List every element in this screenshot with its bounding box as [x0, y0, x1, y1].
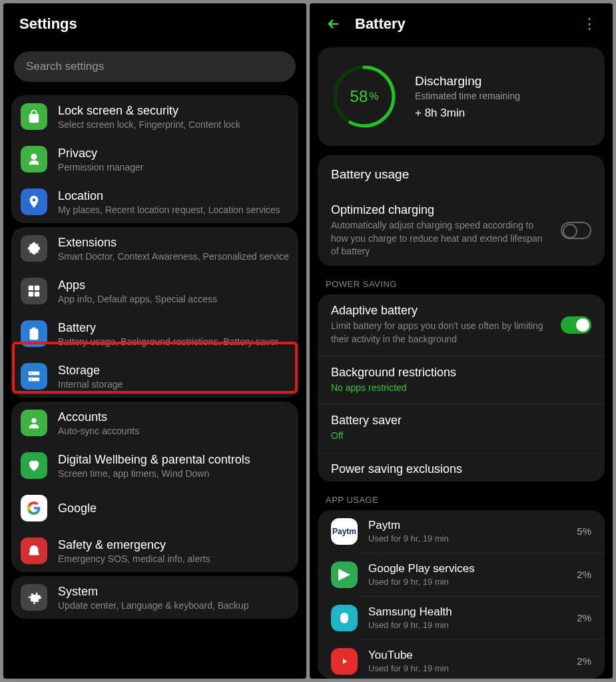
svg-point-8 [31, 379, 32, 380]
restrictions-row[interactable]: Background restrictions No apps restrict… [318, 356, 605, 404]
item-sub: Auto-sync accounts [58, 426, 289, 436]
battery-icon [21, 320, 47, 347]
saver-title: Battery saver [331, 414, 591, 428]
item-sub: Internal storage [58, 379, 289, 390]
svg-rect-5 [29, 372, 40, 376]
item-sub: Battery usage, Background restrictions, … [58, 336, 289, 347]
app-row-paytm[interactable]: Paytm Paytm Used for 9 hr, 19 min 5% [318, 510, 605, 553]
optimized-toggle[interactable] [561, 222, 591, 239]
app-name: Samsung Health [368, 605, 566, 619]
settings-title: Settings [19, 15, 77, 33]
remaining-label: Estimated time remaining [415, 91, 520, 101]
settings-item-battery[interactable]: Battery Battery usage, Background restri… [11, 312, 298, 355]
item-sub: Screen time, app timers, Wind Down [58, 468, 289, 479]
app-percent: 2% [577, 655, 591, 667]
adaptive-toggle[interactable] [561, 316, 591, 334]
settings-item-lock-screen-security[interactable]: Lock screen & security Select screen loc… [11, 95, 298, 138]
settings-group: Extensions Smart Doctor, Context Awarene… [11, 227, 298, 398]
item-title: Privacy [58, 147, 289, 161]
app-icon [331, 561, 358, 588]
item-sub: Emergency SOS, medical info, alerts [58, 553, 289, 564]
power-saving-header: POWER SAVING [310, 266, 613, 294]
settings-item-extensions[interactable]: Extensions Smart Doctor, Context Awarene… [11, 227, 298, 270]
app-usage-time: Used for 9 hr, 19 min [368, 663, 566, 673]
item-title: Extensions [58, 236, 289, 250]
battery-status-card[interactable]: 58% Discharging Estimated time remaining… [318, 47, 605, 146]
settings-item-safety-emergency[interactable]: Safety & emergency Emergency SOS, medica… [11, 529, 298, 572]
settings-list: Lock screen & security Select screen loc… [3, 91, 306, 679]
settings-item-privacy[interactable]: Privacy Permission manager [11, 138, 298, 180]
exclusions-title: Power saving exclusions [331, 462, 591, 476]
storage-icon [21, 363, 47, 390]
optimized-title: Optimized charging [331, 203, 551, 217]
svg-rect-1 [29, 286, 33, 290]
item-title: Lock screen & security [58, 104, 289, 118]
app-usage-time: Used for 9 hr, 19 min [368, 577, 566, 587]
wellbeing-icon [21, 452, 47, 479]
battery-percent: 58 [350, 87, 368, 106]
accounts-icon [21, 410, 47, 436]
system-icon [21, 584, 47, 611]
app-percent: 5% [577, 525, 591, 537]
svg-point-0 [31, 154, 37, 160]
svg-rect-2 [35, 286, 39, 290]
adaptive-sub: Limit battery for apps you don't use oft… [331, 320, 551, 346]
app-name: Google Play services [368, 562, 566, 575]
battery-usage-row[interactable]: Battery usage [318, 155, 605, 194]
app-row-youtube[interactable]: YouTube Used for 9 hr, 19 min 2% [318, 640, 605, 679]
restrictions-sub: No apps restricted [331, 382, 591, 395]
settings-item-apps[interactable]: Apps App info, Default apps, Special acc… [11, 270, 298, 312]
app-usage-time: Used for 9 hr, 19 min [368, 533, 566, 543]
google-icon [21, 495, 47, 521]
item-title: Location [58, 189, 289, 203]
app-row-google-play-services[interactable]: Google Play services Used for 9 hr, 19 m… [318, 553, 605, 596]
settings-item-location[interactable]: Location My places, Recent location requ… [11, 180, 298, 223]
optimized-charging-row[interactable]: Optimized charging Automatically adjust … [318, 194, 605, 266]
settings-pane: Settings Search settings Lock screen & s… [3, 3, 306, 679]
battery-pane: Battery ⋮ 58% Discharging Estimated time… [310, 3, 613, 679]
svg-rect-4 [35, 292, 39, 296]
adaptive-title: Adaptive battery [331, 304, 551, 318]
exclusions-row[interactable]: Power saving exclusions [318, 453, 605, 482]
app-percent: 2% [577, 569, 591, 580]
settings-group: System Update center, Language & keyboar… [11, 576, 298, 619]
optimized-sub: Automatically adjust charging speed acco… [331, 219, 551, 258]
settings-item-google[interactable]: Google [11, 487, 298, 529]
settings-item-digital-wellbeing-parental-controls[interactable]: Digital Wellbeing & parental controls Sc… [11, 444, 298, 487]
lock-icon [21, 103, 47, 130]
battery-ring: 58% [331, 63, 398, 130]
remaining-value: + 8h 3min [415, 107, 520, 120]
menu-icon[interactable]: ⋮ [582, 17, 597, 31]
app-usage-time: Used for 9 hr, 19 min [368, 620, 566, 630]
apps-icon [21, 278, 47, 304]
adaptive-battery-row[interactable]: Adaptive battery Limit battery for apps … [318, 294, 605, 355]
app-row-samsung-health[interactable]: Samsung Health Used for 9 hr, 19 min 2% [318, 597, 605, 639]
search-input[interactable]: Search settings [14, 51, 296, 82]
back-icon[interactable] [326, 16, 342, 32]
app-icon [331, 648, 358, 675]
settings-item-accounts[interactable]: Accounts Auto-sync accounts [11, 402, 298, 444]
svg-rect-6 [29, 378, 40, 382]
svg-point-9 [31, 418, 36, 423]
settings-group: Accounts Auto-sync accounts Digital Well… [11, 402, 298, 572]
settings-item-storage[interactable]: Storage Internal storage [11, 355, 298, 398]
restrictions-title: Background restrictions [331, 366, 591, 380]
item-title: Safety & emergency [58, 538, 289, 552]
item-title: Apps [58, 278, 289, 292]
app-usage-header: APP USAGE [310, 482, 613, 510]
item-title: Digital Wellbeing & parental controls [58, 453, 289, 467]
app-name: YouTube [368, 649, 566, 662]
item-sub: Smart Doctor, Context Awareness, Persona… [58, 251, 289, 262]
item-title: Google [58, 502, 289, 515]
item-title: Storage [58, 364, 289, 378]
saver-row[interactable]: Battery saver Off [318, 404, 605, 452]
privacy-icon [21, 146, 47, 172]
item-sub: Select screen lock, Fingerprint, Content… [58, 119, 289, 130]
svg-point-7 [31, 373, 32, 374]
item-title: System [58, 585, 289, 599]
item-sub: Update center, Language & keyboard, Back… [58, 600, 289, 611]
saver-sub: Off [331, 430, 591, 443]
svg-rect-3 [29, 292, 33, 296]
item-title: Accounts [58, 410, 289, 424]
settings-item-system[interactable]: System Update center, Language & keyboar… [11, 576, 298, 619]
